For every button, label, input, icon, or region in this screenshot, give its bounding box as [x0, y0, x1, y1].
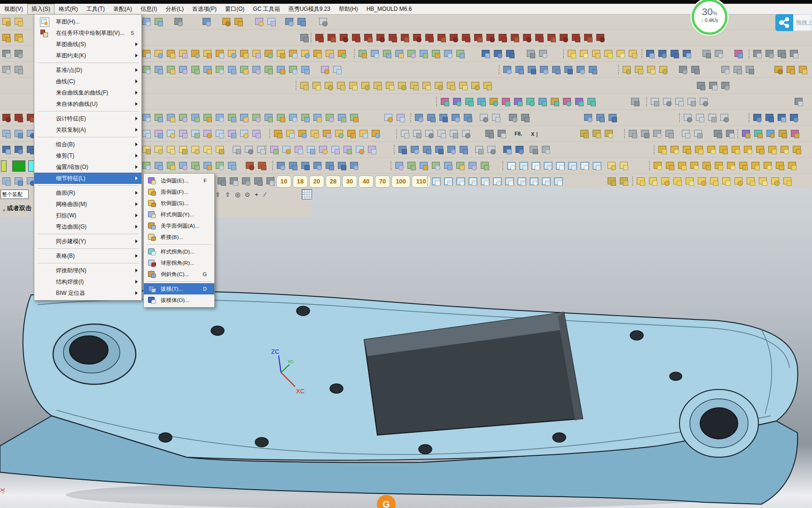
extra-tools-icon-1[interactable] [332, 64, 343, 76]
selection-icon-5[interactable]: ∕ [265, 191, 265, 198]
misc-tools-icon-1[interactable] [713, 48, 725, 60]
flag-tools-2-icon-6[interactable] [726, 159, 737, 172]
yellow-tools-icon-2[interactable] [603, 127, 615, 140]
toolbar-group-handle[interactable] [679, 113, 681, 122]
sketch-curve-tools-icon-19[interactable] [546, 32, 557, 44]
flag-tools-icon-1[interactable] [669, 143, 680, 156]
vector-group-icon-0[interactable] [201, 16, 212, 28]
feature-tools-icon-6[interactable] [214, 48, 226, 60]
feature-tools-icon-3[interactable] [178, 48, 189, 60]
render-group-icon-1[interactable] [296, 16, 307, 28]
menu-item-4[interactable]: 美学面倒圆(A)... [144, 220, 214, 231]
menubar-item-0[interactable]: 视图(V) [0, 4, 27, 15]
save-web-tools-icon-4[interactable] [318, 143, 329, 156]
reuse-library-tools-icon-12[interactable] [445, 79, 457, 92]
menu-item-0[interactable]: 草图(H)... [34, 16, 141, 27]
toolbar-group-handle[interactable] [737, 129, 739, 138]
section-tools-2-icon-10[interactable] [553, 175, 564, 187]
menu-item-2[interactable]: 软倒圆(S)... [144, 198, 214, 209]
section-tools-icon-3[interactable] [542, 159, 554, 172]
grid-tools-icon-1[interactable] [732, 64, 743, 76]
frame-tools-icon-4[interactable] [448, 127, 460, 140]
feature-tools-icon-5[interactable] [202, 48, 213, 60]
sphere-tools-icon-4[interactable] [789, 127, 801, 140]
reuse-library-tools-icon-7[interactable] [384, 79, 396, 92]
radius-chip-100[interactable]: 100 [391, 175, 410, 188]
surface-tools-icon-2[interactable] [165, 111, 177, 124]
sketch-curve-tools-icon-3[interactable] [351, 32, 362, 44]
radius-chip-10[interactable]: 10 [276, 175, 291, 188]
flag-tools-2-icon-7[interactable] [738, 159, 749, 172]
menu-item-13[interactable]: 组合(B) [34, 139, 141, 150]
feature-tools-2-icon-5[interactable] [418, 48, 429, 60]
display-set-tools-icon-0[interactable] [682, 111, 694, 124]
text-tools-icon-9[interactable] [251, 127, 262, 140]
save-web-tools-icon-1[interactable] [281, 143, 292, 156]
calc-tools-icon-0[interactable] [695, 79, 707, 92]
clip-tools-icon-2[interactable] [776, 48, 788, 60]
sphere-tools-icon-3[interactable] [777, 127, 789, 140]
menubar-item-7[interactable]: 首选项(P) [188, 4, 221, 15]
edit-tools-icon-4[interactable] [190, 159, 201, 172]
analysis-tools-icon-10[interactable] [562, 95, 573, 108]
flag-tools-icon-4[interactable] [706, 143, 717, 156]
clip-tools-icon-0[interactable] [752, 48, 763, 60]
clip-tools-icon-3[interactable] [789, 48, 800, 60]
palette-tool-icon-0[interactable] [733, 48, 744, 60]
menu-item-29[interactable]: BIW 定位器 [34, 287, 141, 299]
wave-surface-tools-icon-5[interactable] [336, 159, 348, 172]
surface-pair-tools-icon-5[interactable] [458, 143, 469, 156]
menu-item-1[interactable]: 在任务环境中绘制草图(V)...S [34, 27, 141, 39]
flag-tools-3-icon-4[interactable] [684, 175, 695, 187]
toolbar-group-handle[interactable] [649, 161, 651, 170]
display-set-tools-icon-3[interactable] [719, 111, 730, 124]
bulb-tools-icon-1[interactable] [578, 48, 590, 60]
wcs-tools-icon-2[interactable] [607, 111, 618, 124]
pair-tools-icon-0[interactable] [383, 111, 394, 124]
save-web-tools-icon-0[interactable] [269, 143, 280, 156]
analysis-tools-icon-2[interactable] [464, 95, 475, 108]
flag-tools-2-icon-10[interactable] [774, 159, 786, 172]
box-tools-icon-0[interactable] [484, 127, 495, 140]
sketch-curve-tools-icon-5[interactable] [375, 32, 386, 44]
feature-tools-icon-9[interactable] [251, 48, 262, 60]
grid-pair-tools-icon-2[interactable] [438, 111, 449, 124]
bulb-tools-icon-2[interactable] [591, 48, 602, 60]
analysis-tools-icon-9[interactable] [549, 95, 561, 108]
reuse-library-tools-icon-0[interactable] [299, 79, 310, 92]
menubar-item-12[interactable]: HB_MOULD M6.6 [362, 4, 416, 14]
feature-tools-icon-11[interactable] [275, 48, 287, 60]
surface-pair-tools-icon-4[interactable] [446, 143, 457, 156]
section-tools-icon-5[interactable] [567, 159, 578, 172]
menubar-item-6[interactable]: 分析(L) [161, 4, 188, 15]
grid-pair-tools-icon-4[interactable] [462, 111, 474, 124]
section-tools-2-icon-3[interactable] [467, 175, 478, 187]
flag-tools-3-icon-3[interactable] [672, 175, 683, 187]
edit-tools-icon-7[interactable] [226, 159, 238, 172]
bulb-tools-icon-5[interactable] [627, 48, 639, 60]
dimension-tools-icon-6[interactable] [575, 64, 586, 76]
menu-item-20[interactable]: 扫掠(W) [34, 210, 141, 221]
reuse-library-tools-icon-1[interactable] [311, 79, 322, 92]
analysis-tools-icon-1[interactable] [452, 95, 463, 108]
flag-tools-2-icon-11[interactable] [787, 159, 798, 172]
bracket-tools-3-icon-0[interactable] [1, 175, 12, 187]
menu-item-7[interactable]: 样式拐角(D)... [144, 246, 214, 257]
sketch-curve-tools-icon-6[interactable] [387, 32, 398, 44]
menubar-item-5[interactable]: 信息(I) [136, 4, 161, 15]
ruler-tools-icon-3[interactable] [789, 111, 800, 124]
datum-tools-icon-12[interactable] [288, 64, 299, 76]
paste-group-icon-0[interactable] [141, 16, 152, 28]
yellow-tools-icon-1[interactable] [591, 127, 602, 140]
dimension-tools-icon-1[interactable] [514, 64, 525, 76]
plus-tools-icon-1[interactable] [491, 111, 502, 124]
boss-hole[interactable] [679, 389, 758, 457]
end-tools-icon-1[interactable] [785, 64, 796, 76]
grid-tools-icon-0[interactable] [720, 64, 731, 76]
reuse-library-tools-icon-5[interactable] [360, 79, 371, 92]
radius-chip-18[interactable]: 18 [293, 175, 308, 188]
toolbar-group-handle[interactable] [563, 49, 565, 58]
nav-arrows-icon-1[interactable] [657, 48, 668, 60]
flag-tools-icon-10[interactable] [779, 143, 790, 156]
extra-tools-icon-0[interactable] [320, 64, 331, 76]
